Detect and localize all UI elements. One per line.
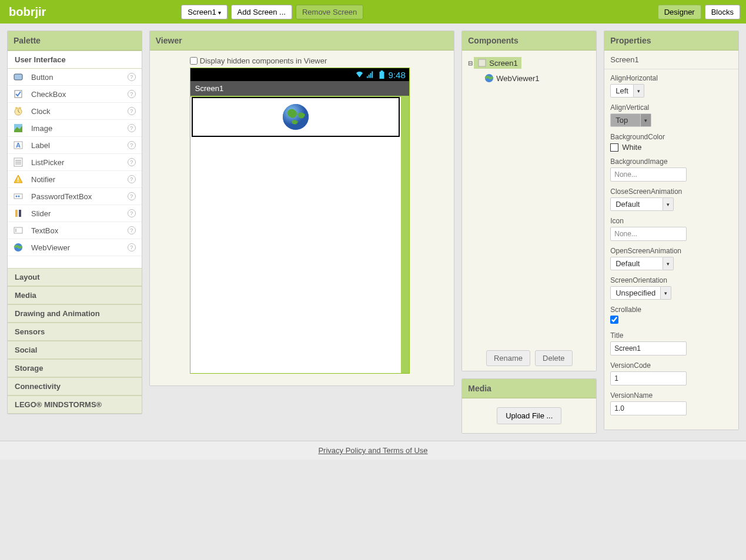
components-panel: Components ⊟ Screen1 WebViewe [461, 31, 597, 371]
remove-screen-button[interactable]: Remove Screen [296, 5, 363, 19]
clock-icon [14, 106, 23, 116]
prop-label-backgroundimage: BackgroundImage [610, 157, 732, 166]
viewer-header: Viewer [150, 31, 454, 51]
palette-panel: Palette User Interface Button ? CheckBox… [7, 31, 142, 414]
palette-section-user-interface[interactable]: User Interface [8, 51, 142, 69]
prop-select-alignhorizontal[interactable]: Left ▾ [610, 84, 732, 98]
prop-label-icon: Icon [610, 217, 732, 225]
help-icon[interactable]: ? [128, 243, 136, 252]
webviewer-icon [484, 73, 494, 83]
help-icon[interactable]: ? [128, 209, 136, 217]
help-icon[interactable]: ? [128, 107, 136, 115]
properties-panel: Properties Screen1 AlignHorizontal Left … [604, 31, 739, 430]
listpicker-icon [14, 157, 23, 167]
svg-rect-0 [14, 74, 22, 80]
phone-status-bar: 9:48 [190, 68, 409, 81]
svg-rect-26 [380, 71, 383, 72]
tree-item-webviewer1[interactable]: WebViewer1 [467, 71, 591, 86]
prop-select-alignvertical[interactable]: Top ▾ [610, 113, 732, 127]
textbox-icon [14, 226, 23, 235]
delete-button[interactable]: Delete [535, 350, 573, 366]
display-hidden-label: Display hidden components in Viewer [200, 56, 327, 65]
palette-section-layout[interactable]: Layout [8, 268, 142, 286]
phone-frame: 9:48 Screen1 [190, 68, 410, 374]
svg-rect-17 [19, 210, 21, 217]
svg-rect-18 [14, 227, 22, 233]
help-icon[interactable]: ? [128, 175, 136, 183]
palette-item-webviewer[interactable]: WebViewer ? [8, 239, 142, 256]
help-icon[interactable]: ? [128, 73, 136, 81]
chevron-down-icon[interactable]: ▾ [663, 197, 674, 211]
palette-section-connectivity[interactable]: Connectivity [8, 377, 142, 395]
palette-section-lego[interactable]: LEGO® MINDSTORMS® [8, 395, 142, 414]
prop-input-title[interactable] [610, 341, 687, 356]
tree-collapse-icon[interactable]: ⊟ [467, 60, 474, 66]
palette-item-image[interactable]: Image ? [8, 120, 142, 137]
prop-select-screenorientation[interactable]: Unspecified ▾ [610, 286, 732, 300]
palette-section-media[interactable]: Media [8, 286, 142, 304]
help-icon[interactable]: ? [128, 124, 136, 132]
designer-button[interactable]: Designer [658, 5, 701, 19]
footer-link[interactable]: Privacy Policy and Terms of Use [318, 446, 427, 455]
svg-rect-16 [15, 210, 18, 217]
slider-icon [14, 209, 23, 218]
prop-label-screenorientation: ScreenOrientation [610, 276, 732, 284]
prop-select-openanim[interactable]: Default ▾ [610, 257, 732, 270]
palette-item-clock[interactable]: Clock ? [8, 103, 142, 120]
notifier-icon: ! [14, 175, 23, 184]
footer: Privacy Policy and Terms of Use [0, 441, 746, 460]
palette-section-social[interactable]: Social [8, 341, 142, 359]
tree-item-screen1[interactable]: ⊟ Screen1 [467, 55, 591, 71]
blocks-button[interactable]: Blocks [705, 5, 740, 19]
prop-input-versioncode[interactable] [610, 371, 687, 385]
signal-icon [366, 71, 375, 79]
password-icon [14, 192, 23, 201]
phone-time: 9:48 [389, 70, 406, 80]
screen-dropdown[interactable]: Screen1 [181, 5, 227, 19]
phone-screen[interactable] [190, 97, 401, 373]
battery-icon [377, 71, 386, 79]
label-icon: A [14, 140, 23, 150]
upload-file-button[interactable]: Upload File ... [497, 407, 561, 424]
prop-select-closeanim[interactable]: Default ▾ [610, 197, 732, 211]
palette-item-notifier[interactable]: ! Notifier ? [8, 171, 142, 188]
prop-label-alignhorizontal: AlignHorizontal [610, 74, 732, 82]
prop-label-alignvertical: AlignVertical [610, 103, 732, 112]
webviewer-component[interactable] [192, 97, 400, 137]
help-icon[interactable]: ? [128, 226, 136, 234]
chevron-down-icon[interactable]: ▾ [661, 286, 671, 300]
palette-item-listpicker[interactable]: ListPicker ? [8, 154, 142, 171]
prop-label-versionname: VersionName [610, 391, 732, 400]
palette-item-password[interactable]: PasswordTextBox ? [8, 188, 142, 205]
palette-item-button[interactable]: Button ? [8, 69, 142, 86]
palette-item-slider[interactable]: Slider ? [8, 205, 142, 222]
prop-color-background[interactable]: White [610, 143, 732, 152]
rename-button[interactable]: Rename [486, 350, 530, 366]
palette-item-checkbox[interactable]: CheckBox ? [8, 86, 142, 103]
svg-point-14 [16, 196, 18, 197]
svg-rect-25 [379, 72, 384, 79]
screen-icon [477, 58, 487, 68]
help-icon[interactable]: ? [128, 158, 136, 166]
palette-item-textbox[interactable]: TextBox ? [8, 222, 142, 239]
phone-screen-title: Screen1 [190, 81, 409, 96]
checkbox-icon [14, 89, 23, 99]
palette-section-drawing[interactable]: Drawing and Animation [8, 304, 142, 323]
prop-label-closeanim: CloseScreenAnimation [610, 187, 732, 196]
prop-input-backgroundimage[interactable] [610, 167, 687, 182]
chevron-down-icon[interactable]: ▾ [634, 84, 644, 98]
prop-input-icon[interactable] [610, 227, 687, 241]
chevron-down-icon[interactable]: ▾ [663, 257, 674, 270]
palette-item-label[interactable]: A Label ? [8, 137, 142, 154]
prop-checkbox-scrollable[interactable] [610, 316, 618, 324]
prop-input-versionname[interactable] [610, 401, 687, 415]
help-icon[interactable]: ? [128, 192, 136, 200]
svg-point-3 [15, 107, 18, 109]
help-icon[interactable]: ? [128, 90, 136, 98]
palette-section-storage[interactable]: Storage [8, 359, 142, 377]
display-hidden-checkbox[interactable] [190, 57, 198, 65]
help-icon[interactable]: ? [128, 141, 136, 149]
add-screen-button[interactable]: Add Screen ... [231, 5, 292, 19]
svg-point-28 [283, 104, 309, 130]
palette-section-sensors[interactable]: Sensors [8, 323, 142, 341]
